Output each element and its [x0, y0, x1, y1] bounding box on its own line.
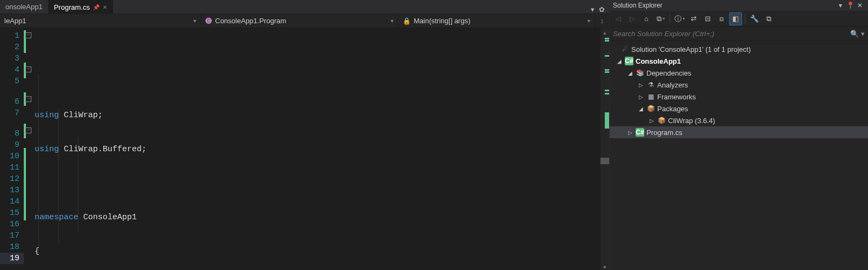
code-line[interactable]: using CliWrap; — [31, 110, 600, 121]
line-number[interactable]: 11 — [0, 162, 24, 173]
line-number[interactable]: 18 — [0, 241, 24, 253]
line-number[interactable]: 3 — [0, 53, 24, 64]
outline-collapse-icon[interactable]: − — [25, 32, 31, 38]
analyzers-node[interactable]: ▷ ⚗ Analyzers — [610, 79, 868, 91]
solution-tree[interactable]: ▷ ☄ Solution 'ConsoleApp1' (1 of 1 proje… — [610, 41, 868, 270]
expand-icon[interactable]: ▷ — [627, 130, 633, 136]
close-icon[interactable]: ✕ — [855, 2, 865, 9]
line-number[interactable]: 9 — [0, 139, 24, 151]
packages-icon: 📦 — [646, 104, 655, 113]
file-node-program-cs[interactable]: ▷ C# Program.cs — [610, 126, 868, 138]
code-line[interactable] — [31, 178, 600, 189]
code-line[interactable]: { — [31, 246, 600, 257]
expand-icon[interactable]: ◢ — [616, 58, 623, 64]
properties-icon[interactable]: 🔧 — [748, 12, 761, 25]
line-number[interactable]: 17 — [0, 230, 24, 241]
search-input[interactable] — [613, 30, 850, 38]
csharp-project-icon: C# — [625, 57, 633, 65]
solution-explorer-panel: Solution Explorer ▾ 📍 ✕ ◁ ▷ ⌂ ⧉ ⓘ ⇄ ⊟ ⧈ … — [610, 0, 868, 270]
line-number[interactable]: 12 — [0, 173, 24, 185]
tab-program-cs[interactable]: Program.cs 📌 ✕ — [49, 0, 113, 14]
line-number[interactable]: 19 — [0, 253, 24, 264]
outline-collapse-icon[interactable]: − — [25, 127, 31, 133]
member-combo-label: Main(string[] args) — [414, 17, 471, 25]
marker-margin: − − − − — [24, 28, 31, 270]
type-combo[interactable]: 🅒 ConsoleApp1.Program ▾ — [201, 14, 398, 28]
frameworks-node[interactable]: ▷ ▦ Frameworks — [610, 91, 868, 103]
project-combo[interactable]: leApp1 ▾ — [0, 14, 201, 28]
scroll-down-icon[interactable]: ▼ — [600, 262, 609, 270]
line-number[interactable]: 16 — [0, 219, 24, 230]
sync-icon[interactable]: ⇄ — [687, 12, 700, 25]
line-number[interactable]: 14 — [0, 196, 24, 207]
line-number[interactable]: 4 — [0, 64, 24, 76]
close-icon[interactable]: ✕ — [103, 4, 107, 10]
csharp-file-icon: C# — [636, 128, 644, 137]
panel-menu-icon[interactable]: ▾ — [836, 2, 845, 9]
outline-collapse-icon[interactable]: − — [25, 96, 31, 102]
node-label: Solution 'ConsoleApp1' (1 of 1 project) — [631, 45, 751, 53]
tab-consoleapp1[interactable]: onsoleApp1 — [0, 0, 49, 14]
preview-selected-icon[interactable]: ◧ — [729, 12, 742, 25]
line-number[interactable]: 15 — [0, 207, 24, 219]
scroll-up-icon[interactable]: ▲ — [600, 28, 609, 36]
line-number[interactable]: 7 — [0, 107, 24, 119]
dependencies-icon: 📚 — [636, 69, 644, 77]
solution-icon: ☄ — [620, 45, 629, 53]
tab-row: onsoleApp1 Program.cs 📌 ✕ ▾ ✿ — [0, 0, 609, 14]
pin-icon[interactable]: 📌 — [93, 4, 99, 10]
tab-overflow-icon[interactable]: ▾ — [591, 5, 595, 14]
project-node[interactable]: ◢ C# ConsoleApp1 — [610, 55, 868, 67]
line-number[interactable]: 8 — [0, 119, 24, 139]
tab-tools: ▾ ✿ — [591, 5, 609, 14]
code-area: 1 2 3 4 5 6 7 8 9 10 11 12 13 14 15 16 1… — [0, 28, 609, 270]
line-number[interactable]: 2 — [0, 42, 24, 53]
collapse-all-icon[interactable]: ⊟ — [701, 12, 714, 25]
switch-views-icon[interactable]: ⧉ — [654, 12, 667, 25]
method-icon: 🔒 — [403, 17, 411, 25]
line-number[interactable]: 13 — [0, 185, 24, 196]
code-line[interactable]: using CliWrap.Buffered; — [31, 144, 600, 155]
packages-node[interactable]: ◢ 📦 Packages — [610, 103, 868, 114]
vertical-scrollbar[interactable]: ▲ ▼ — [600, 28, 609, 270]
node-label: Program.cs — [646, 129, 682, 137]
panel-title: Solution Explorer — [613, 2, 662, 9]
solution-node[interactable]: ▷ ☄ Solution 'ConsoleApp1' (1 of 1 proje… — [610, 43, 868, 55]
tab-label: Program.cs — [54, 3, 90, 11]
home-icon[interactable]: ⌂ — [640, 12, 653, 25]
dependencies-node[interactable]: ◢ 📚 Dependencies — [610, 67, 868, 79]
split-editor-icon[interactable]: ↕ — [595, 14, 609, 28]
node-label: Analyzers — [657, 81, 688, 89]
line-number-gutter: 1 2 3 4 5 6 7 8 9 10 11 12 13 14 15 16 1… — [0, 28, 24, 270]
node-label: Dependencies — [646, 69, 691, 77]
project-combo-label: leApp1 — [4, 17, 26, 25]
outline-collapse-icon[interactable]: − — [25, 66, 31, 72]
chevron-down-icon: ▾ — [391, 18, 393, 24]
expand-icon[interactable]: ◢ — [627, 70, 633, 76]
package-node[interactable]: ▷ 📦 CliWrap (3.6.4) — [610, 114, 868, 126]
expand-icon[interactable]: ▷ — [638, 94, 644, 100]
code-line[interactable]: namespace ConsoleApp1 — [31, 212, 600, 223]
chevron-down-icon: ▾ — [193, 18, 196, 24]
search-icon[interactable]: 🔍 ▾ — [850, 30, 865, 38]
code-text[interactable]: using CliWrap; using CliWrap.Buffered; n… — [31, 28, 600, 270]
line-number[interactable]: 6 — [0, 87, 24, 107]
show-all-files-icon[interactable]: ⧈ — [715, 12, 728, 25]
package-icon: 📦 — [657, 116, 666, 125]
forward-icon: ▷ — [626, 12, 639, 25]
gear-icon[interactable]: ✿ — [599, 5, 605, 14]
line-number[interactable]: 10 — [0, 151, 24, 162]
panel-titlebar[interactable]: Solution Explorer ▾ 📍 ✕ — [610, 0, 868, 11]
expand-icon[interactable]: ◢ — [638, 106, 644, 112]
back-icon: ◁ — [612, 12, 625, 25]
preview-icon[interactable]: ⧉ — [762, 12, 775, 25]
line-number[interactable]: 1 — [0, 30, 24, 42]
expand-icon[interactable]: ▷ — [649, 118, 655, 124]
line-number[interactable]: 5 — [0, 76, 24, 87]
tab-label: onsoleApp1 — [5, 3, 43, 11]
pin-icon[interactable]: 📍 — [845, 2, 855, 9]
solution-explorer-search[interactable]: 🔍 ▾ — [610, 27, 868, 41]
expand-icon[interactable]: ▷ — [638, 82, 644, 88]
filter-icon[interactable]: ⓘ — [673, 12, 686, 25]
member-combo[interactable]: 🔒 Main(string[] args) ▾ — [398, 14, 596, 28]
